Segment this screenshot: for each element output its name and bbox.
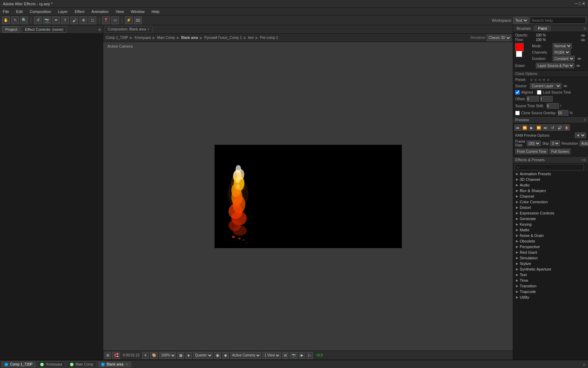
brush-tool[interactable]: 🖌 <box>70 16 78 24</box>
effect-item-time[interactable]: ▶ Time <box>513 278 588 283</box>
effect-item-obsolete[interactable]: ▶ Obsolete <box>513 238 588 244</box>
renderer-select[interactable]: Classic 3D <box>487 35 511 41</box>
select-tool[interactable]: ↖ <box>11 16 19 24</box>
effect-item-simulation[interactable]: ▶ Simulation <box>513 255 588 261</box>
breadcrumb-comp1[interactable]: Comp 1_720P <box>105 36 129 40</box>
camera-select[interactable]: Active Camera <box>230 352 261 359</box>
tab-project[interactable]: Project <box>2 26 20 33</box>
effects-menu2-btn[interactable]: ≡ <box>584 158 586 162</box>
timeline-tab-maincomp[interactable]: Main Comp <box>67 361 97 367</box>
effect-item-red-giant[interactable]: ▶ Red Giant <box>513 250 588 255</box>
preset-icon-3[interactable]: ⊕ <box>538 78 541 82</box>
preview-mute-btn[interactable]: 🔇 <box>564 124 570 131</box>
exposure-btn[interactable]: ☀ <box>142 352 149 359</box>
effect-item-transition[interactable]: ▶ Transition <box>513 283 588 289</box>
overlay-btn[interactable]: ◉ <box>222 352 229 359</box>
tab-effect-controls[interactable]: Effect Controls: (none) <box>22 26 66 33</box>
effect-item-channel[interactable]: ▶ Channel <box>513 193 588 199</box>
resolution-select[interactable]: Auto <box>580 141 588 146</box>
preview-btn[interactable]: ▶ <box>299 352 305 359</box>
3d-btn[interactable]: 3D <box>134 16 142 24</box>
preview-next-btn[interactable]: ⏩ <box>536 124 542 131</box>
effect-item-animation-presets[interactable]: ▶ Animation Presets <box>513 171 588 177</box>
tab-paint[interactable]: Paint <box>534 25 551 32</box>
effect-item-stylize[interactable]: ▶ Stylize <box>513 261 588 266</box>
fast-prev-btn[interactable]: ▷ <box>307 352 313 359</box>
effect-item-text[interactable]: ▶ Text <box>513 272 588 278</box>
preview-first-btn[interactable]: ⏮ <box>514 124 521 131</box>
effect-item-blur-sharpen[interactable]: ▶ Blur & Sharpen <box>513 188 588 193</box>
effect-item-noise-grain[interactable]: ▶ Noise & Grain <box>513 233 588 238</box>
offset-x-input[interactable] <box>527 96 539 102</box>
breadcrumb-maincomp[interactable]: Main Comp <box>156 36 176 40</box>
puppet-pin-tool[interactable]: 📍 <box>102 16 110 24</box>
panel-menu-btn[interactable]: ≡ <box>99 27 101 32</box>
effect-item-matte[interactable]: ▶ Matte <box>513 227 588 233</box>
duration-select[interactable]: Constant <box>553 56 575 61</box>
comp-viewer-close[interactable]: × <box>147 27 149 31</box>
source-time-input[interactable] <box>547 103 559 109</box>
breadcrumb-text[interactable]: text <box>247 36 255 40</box>
rotate-tool[interactable]: ↺ <box>34 16 42 24</box>
effect-item-utility[interactable]: ▶ Utility <box>513 294 588 300</box>
grid-btn[interactable]: ⊞ <box>105 352 111 359</box>
preview-last-btn[interactable]: ⏭ <box>542 124 549 131</box>
view-select[interactable]: 1 View <box>262 352 281 359</box>
from-current-btn[interactable]: From Current Time <box>515 149 548 154</box>
full-screen-btn[interactable]: Full Screen <box>550 149 571 154</box>
mode-select[interactable]: Normal <box>553 43 572 49</box>
zoom-tool[interactable]: 🔍 <box>20 16 28 24</box>
panel-menu-paint[interactable]: ≡ <box>582 25 588 32</box>
search-help-input[interactable] <box>530 17 586 24</box>
preview-loop-btn[interactable]: ↺ <box>550 124 556 131</box>
preset-icon-1[interactable]: ⊕ <box>530 78 533 82</box>
preview-prev-btn[interactable]: ⏪ <box>522 124 528 131</box>
workspace-select[interactable]: Text <box>513 17 528 24</box>
snap-btn[interactable]: 🧲 <box>112 352 120 359</box>
eraser-tool[interactable]: ◻ <box>89 16 96 24</box>
menu-view[interactable]: View <box>114 9 125 14</box>
window-controls[interactable]: ─ □ ✕ <box>575 1 585 6</box>
timeline-tab-hlopushka[interactable]: Хлопушка <box>37 361 65 367</box>
timeline-tab-close[interactable]: × <box>126 362 128 366</box>
snap2-btn[interactable]: 📷 <box>290 352 298 359</box>
canvas-area[interactable] <box>103 42 513 350</box>
menu-help[interactable]: Help <box>150 9 161 14</box>
breadcrumb-hlopushka[interactable]: Хлопушка <box>133 36 152 40</box>
channel-btn[interactable]: ◈ <box>186 352 192 359</box>
menu-composition[interactable]: Composition <box>28 9 52 14</box>
aligned-checkbox[interactable] <box>515 90 520 95</box>
skip-select[interactable]: 0 <box>550 141 560 146</box>
clone-overlay-value[interactable] <box>558 110 568 116</box>
effect-item-3d-channel[interactable]: ▶ 3D Channel <box>513 177 588 182</box>
pen-tool[interactable]: ✒ <box>52 16 60 24</box>
preset-icon-5[interactable]: ⊕ <box>547 78 550 82</box>
effect-item-keying[interactable]: ▶ Keying <box>513 222 588 227</box>
quality-select[interactable]: Quarter Half Full <box>193 352 213 359</box>
menu-edit[interactable]: Edit <box>15 9 24 14</box>
comp-tab-viewer-label[interactable]: Composition: Blank area × <box>105 26 153 33</box>
preview-play-btn[interactable]: ▶ <box>528 124 535 131</box>
background-color-swatch[interactable] <box>516 51 522 57</box>
safe-zones-btn[interactable]: ▣ <box>214 352 221 359</box>
timeline-menu-btn[interactable]: ≡ <box>582 362 587 367</box>
timeline-tab-comp1[interactable]: Comp 1_720P <box>1 361 36 367</box>
effect-item-synthetic-aperture[interactable]: ▶ Synthetic Aperture <box>513 266 588 272</box>
effect-item-perspective[interactable]: ▶ Perspective <box>513 244 588 250</box>
tab-brushes[interactable]: Brushes <box>513 25 534 32</box>
effect-item-trapcode[interactable]: ▶ Trapcode <box>513 289 588 294</box>
hand-tool[interactable]: ✋ <box>2 16 10 24</box>
effects-search-input[interactable] <box>514 164 584 170</box>
effect-item-expression[interactable]: ▶ Expression Controls <box>513 210 588 216</box>
effect-item-distort[interactable]: ▶ Distort <box>513 205 588 210</box>
foreground-color-swatch[interactable] <box>515 43 524 52</box>
preview-menu-btn[interactable]: × <box>584 118 586 122</box>
preset-icon-2[interactable]: ⊕ <box>534 78 537 82</box>
color-btn[interactable]: 🎨 <box>150 352 158 359</box>
flow-expand[interactable]: ◀▶ <box>580 38 586 42</box>
clone-overlay-checkbox[interactable] <box>515 111 520 115</box>
opacity-expand[interactable]: ◀▶ <box>580 33 586 37</box>
effect-item-generate[interactable]: ▶ Generate <box>513 216 588 222</box>
preview-audio-btn[interactable]: 🔊 <box>556 124 563 131</box>
ram-preview-select[interactable]: ▼ <box>575 132 586 138</box>
